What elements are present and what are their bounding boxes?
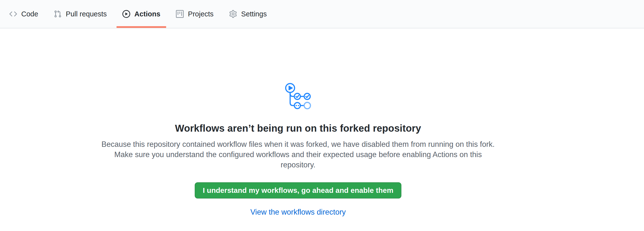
blankslate-description: Because this repository contained workfl… <box>100 139 496 170</box>
tab-code-label: Code <box>21 11 38 18</box>
tab-actions[interactable]: Actions <box>116 0 166 28</box>
repo-tab-nav: Code Pull requests Actions Projects Sett <box>0 0 644 28</box>
view-workflows-directory-link[interactable]: View the workflows directory <box>250 208 346 216</box>
enable-workflows-button[interactable]: I understand my workflows, go ahead and … <box>195 182 402 198</box>
tab-pull-requests[interactable]: Pull requests <box>48 0 113 28</box>
actions-disabled-page: Workflows aren’t being run on this forke… <box>0 28 644 216</box>
tab-settings-label: Settings <box>241 11 267 18</box>
play-circle-icon <box>122 10 130 18</box>
tab-pull-requests-label: Pull requests <box>66 11 107 18</box>
gear-icon <box>229 10 237 18</box>
blankslate: Workflows aren’t being run on this forke… <box>98 28 498 216</box>
tab-actions-label: Actions <box>134 11 160 18</box>
tab-settings[interactable]: Settings <box>223 0 273 28</box>
blankslate-title: Workflows aren’t being run on this forke… <box>98 123 498 134</box>
tab-projects[interactable]: Projects <box>170 0 220 28</box>
code-icon <box>9 10 17 18</box>
workflow-graph-icon <box>284 82 312 111</box>
button-row: I understand my workflows, go ahead and … <box>98 170 498 198</box>
git-pull-request-icon <box>54 10 62 18</box>
repo-tabs: Code Pull requests Actions Projects Sett <box>2 0 274 28</box>
project-board-icon <box>176 10 184 18</box>
link-row: View the workflows directory <box>98 208 498 216</box>
tab-code[interactable]: Code <box>4 0 44 28</box>
tab-projects-label: Projects <box>188 11 214 18</box>
